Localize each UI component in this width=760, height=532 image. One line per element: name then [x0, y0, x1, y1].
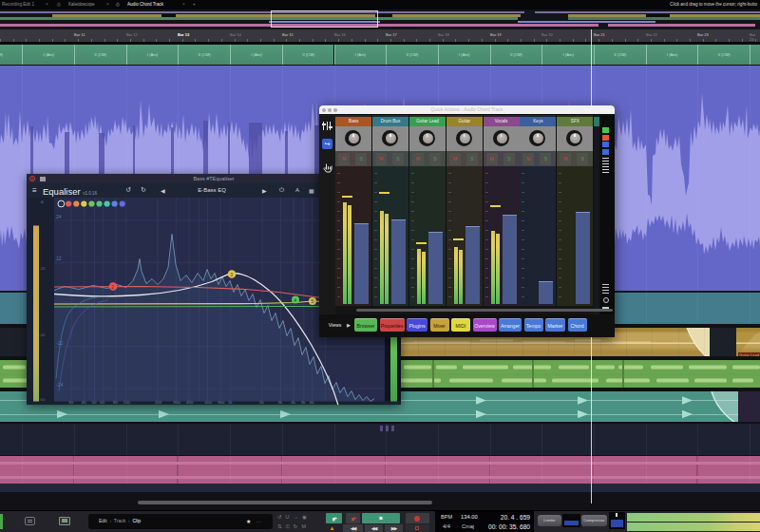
svg-text:4: 4 — [294, 296, 296, 302]
svg-text:2: 2 — [111, 283, 114, 289]
svg-text:0: 0 — [41, 199, 44, 203]
svg-text:5: 5 — [311, 298, 314, 304]
svg-text:12: 12 — [56, 256, 62, 261]
svg-text:24: 24 — [56, 213, 62, 218]
svg-text:-40: -40 — [39, 332, 46, 336]
svg-text:3: 3 — [230, 271, 233, 276]
svg-text:-20: -20 — [39, 265, 46, 270]
svg-text:-60: -60 — [39, 396, 46, 401]
